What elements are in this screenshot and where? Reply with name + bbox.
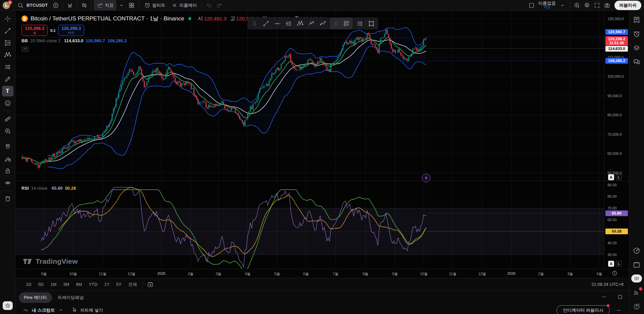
brush-tool[interactable]: [2, 74, 13, 84]
drag-handle-tool[interactable]: [331, 18, 341, 28]
range-5D[interactable]: 5D: [35, 281, 47, 288]
time-tick: 11월: [445, 271, 460, 276]
more-options-icon[interactable]: [615, 307, 622, 314]
range-1M[interactable]: 1M: [47, 281, 59, 288]
favorites-star-button[interactable]: [3, 301, 13, 310]
fullscreen-icon[interactable]: [592, 1, 602, 10]
trash-tool[interactable]: [2, 193, 13, 204]
indicator-templates-chevron-icon[interactable]: [117, 1, 126, 10]
price-axis[interactable]: A L A L 130,000.0110,000.0100,000.090,00…: [604, 11, 629, 269]
drag-handle-tool[interactable]: [249, 18, 259, 28]
rsi-log-scale-button[interactable]: L: [616, 261, 622, 267]
hide-all-tool[interactable]: [2, 178, 13, 188]
long-position-tool[interactable]: [355, 18, 365, 28]
layout-select-icon[interactable]: [527, 1, 536, 10]
crosshair-tool[interactable]: [2, 13, 13, 24]
layout-add-tool[interactable]: [341, 18, 351, 28]
undo-icon[interactable]: [204, 1, 214, 10]
bb-indicator-legend[interactable]: BB 20 SMA close 2 114,633.0 120,980.7 10…: [21, 38, 127, 43]
rectangle-tool[interactable]: [366, 18, 376, 28]
text-tool-tool[interactable]: T: [2, 86, 13, 97]
sell-button[interactable]: 120,298.2 셀: [21, 25, 48, 36]
rsi-pane-chart[interactable]: [15, 181, 604, 269]
pane-separator[interactable]: [15, 181, 629, 181]
range-YTD[interactable]: YTD: [86, 281, 100, 288]
tradingview-watermark: TradingView: [23, 257, 78, 265]
settings-icon[interactable]: [582, 1, 592, 10]
time-axis[interactable]: 9월10월11월12월20252월3월4월5월6월7월8월9월10월11월12월…: [15, 269, 629, 278]
draw-lock-tool[interactable]: [2, 153, 13, 164]
legend-collapse-button[interactable]: ^: [21, 47, 29, 52]
emoji-tool[interactable]: [2, 98, 13, 109]
screenshot-icon[interactable]: [602, 1, 612, 10]
hotlist-icon[interactable]: [632, 246, 641, 255]
toolbar-left-group: L 4 BTCUSDT 날 지표 얼러트 리플레이: [3, 0, 224, 11]
main-price-chart[interactable]: [15, 11, 604, 181]
quick-trade-lightning-badge[interactable]: [422, 174, 431, 182]
market-status-dot: [188, 17, 191, 20]
tab-pine-editor[interactable]: Pine 에디터: [19, 292, 52, 303]
maximize-panel-icon[interactable]: [617, 294, 624, 302]
price-tick: 80,000.0: [607, 113, 622, 118]
help-icon[interactable]: [632, 302, 641, 311]
trend-line-tool[interactable]: [261, 18, 271, 28]
replay-button[interactable]: 리플레이: [168, 0, 199, 11]
buy-button[interactable]: 120,298.3 바이: [58, 25, 84, 36]
auto-scale-button[interactable]: A: [608, 174, 614, 180]
range-1Y[interactable]: 1Y: [101, 281, 112, 288]
interval-button[interactable]: 날: [65, 1, 75, 9]
calendar-icon[interactable]: [632, 260, 641, 269]
my-scripts-chevron-icon[interactable]: [57, 307, 64, 314]
watermark-text: TradingView: [36, 257, 78, 265]
add-symbol-icon[interactable]: [51, 1, 60, 10]
apps-icon[interactable]: [631, 274, 642, 282]
zoom-in-tool[interactable]: [2, 126, 13, 136]
horizontal-line-tool[interactable]: [272, 18, 282, 28]
my-scripts-button[interactable]: 내 스크립트: [32, 307, 55, 313]
log-scale-button[interactable]: L: [616, 174, 622, 180]
range-1D[interactable]: 1D: [23, 281, 35, 288]
publish-button[interactable]: 퍼블리쉬: [614, 1, 641, 10]
watchlist-icon[interactable]: [632, 15, 641, 24]
range-3M[interactable]: 3M: [60, 281, 72, 288]
alert-button[interactable]: 얼러트: [141, 0, 168, 11]
goto-date-icon[interactable]: [147, 281, 154, 288]
quick-search-icon[interactable]: [572, 1, 582, 10]
svg-text:5: 5: [313, 20, 314, 22]
layout-name-button[interactable]: 이름없음 저장: [537, 1, 557, 9]
alerts-icon[interactable]: [632, 29, 641, 38]
object-tree-icon[interactable]: [632, 44, 641, 52]
current-time[interactable]: 21:08:24 UTC+9: [591, 282, 624, 287]
range-6M[interactable]: 6M: [73, 281, 85, 288]
indicators-button[interactable]: 지표: [94, 0, 116, 11]
forecast-tool[interactable]: [318, 18, 328, 28]
xabcd-pattern-tool[interactable]: [295, 18, 305, 28]
xabcd-pattern-tool[interactable]: [2, 50, 13, 60]
chat-icon[interactable]: [632, 58, 641, 66]
range-전체[interactable]: 전체: [125, 280, 140, 289]
elliott-wave-tool[interactable]: 15: [306, 18, 316, 28]
user-avatar[interactable]: L 4: [3, 2, 10, 9]
fib-retracement-tool[interactable]: [2, 38, 13, 48]
timezone-clock-icon[interactable]: [611, 270, 618, 277]
redo-icon[interactable]: [214, 1, 224, 10]
rsi-auto-scale-button[interactable]: A: [608, 261, 614, 267]
time-tick: 3월: [563, 271, 578, 276]
layout-chevron-icon[interactable]: [558, 1, 567, 10]
trend-line-tool[interactable]: [2, 25, 13, 36]
chart-type-icon[interactable]: [80, 1, 89, 10]
long-position-tool[interactable]: [2, 62, 13, 72]
parallel-channel-tool[interactable]: [284, 18, 294, 28]
publish-indicator-button[interactable]: 인디케이터 퍼블리시: [556, 305, 610, 314]
layout-grid-icon[interactable]: [127, 1, 136, 10]
symbol-search-button[interactable]: BTCUSDT: [13, 0, 50, 11]
ruler-tool[interactable]: [2, 114, 13, 124]
minimize-panel-icon[interactable]: [601, 294, 607, 302]
tab-trading-panel[interactable]: 트레이딩패널: [53, 292, 89, 303]
lock-all-tool[interactable]: [2, 166, 13, 176]
magnet-tool[interactable]: [2, 141, 13, 152]
broadcast-icon[interactable]: [632, 288, 641, 297]
range-5Y[interactable]: 5Y: [113, 281, 125, 288]
rsi-indicator-legend[interactable]: RSI 14 close 65.80 50.28: [21, 186, 76, 191]
add-to-chart-button[interactable]: 차트에 넣기: [80, 307, 103, 313]
